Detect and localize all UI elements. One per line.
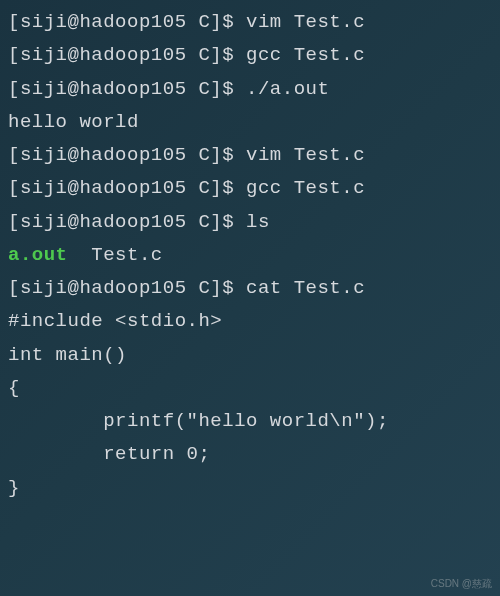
output-text: printf("hello world\n"); — [8, 410, 389, 432]
terminal-line: [siji@hadoop105 C]$ ./a.out — [8, 73, 492, 106]
terminal-line: a.out Test.c — [8, 239, 492, 272]
terminal-line: int main() — [8, 339, 492, 372]
output-text: return 0; — [8, 443, 210, 465]
output-text: #include <stdio.h> — [8, 310, 222, 332]
shell-command: gcc Test.c — [246, 44, 365, 66]
terminal-line: [siji@hadoop105 C]$ ls — [8, 206, 492, 239]
output-text: { — [8, 377, 20, 399]
output-text: } — [8, 477, 20, 499]
terminal-line: #include <stdio.h> — [8, 305, 492, 338]
terminal-line: [siji@hadoop105 C]$ gcc Test.c — [8, 39, 492, 72]
shell-prompt: [siji@hadoop105 C]$ — [8, 78, 246, 100]
shell-command: vim Test.c — [246, 11, 365, 33]
terminal-line: } — [8, 472, 492, 505]
ls-file: Test.c — [68, 244, 163, 266]
shell-prompt: [siji@hadoop105 C]$ — [8, 144, 246, 166]
terminal-line: [siji@hadoop105 C]$ cat Test.c — [8, 272, 492, 305]
watermark: CSDN @慈疏 — [431, 575, 492, 593]
terminal-line: [siji@hadoop105 C]$ gcc Test.c — [8, 172, 492, 205]
shell-command: ./a.out — [246, 78, 329, 100]
terminal-line: [siji@hadoop105 C]$ vim Test.c — [8, 6, 492, 39]
terminal-line: { — [8, 372, 492, 405]
shell-command: cat Test.c — [246, 277, 365, 299]
terminal-line: hello world — [8, 106, 492, 139]
terminal-line: printf("hello world\n"); — [8, 405, 492, 438]
terminal-line: return 0; — [8, 438, 492, 471]
shell-prompt: [siji@hadoop105 C]$ — [8, 211, 246, 233]
shell-prompt: [siji@hadoop105 C]$ — [8, 11, 246, 33]
output-text: int main() — [8, 344, 127, 366]
shell-command: gcc Test.c — [246, 177, 365, 199]
shell-prompt: [siji@hadoop105 C]$ — [8, 177, 246, 199]
terminal-line: [siji@hadoop105 C]$ vim Test.c — [8, 139, 492, 172]
terminal-output: [siji@hadoop105 C]$ vim Test.c[siji@hado… — [8, 6, 492, 505]
ls-executable: a.out — [8, 244, 68, 266]
shell-command: ls — [246, 211, 270, 233]
shell-command: vim Test.c — [246, 144, 365, 166]
shell-prompt: [siji@hadoop105 C]$ — [8, 277, 246, 299]
shell-prompt: [siji@hadoop105 C]$ — [8, 44, 246, 66]
output-text: hello world — [8, 111, 139, 133]
